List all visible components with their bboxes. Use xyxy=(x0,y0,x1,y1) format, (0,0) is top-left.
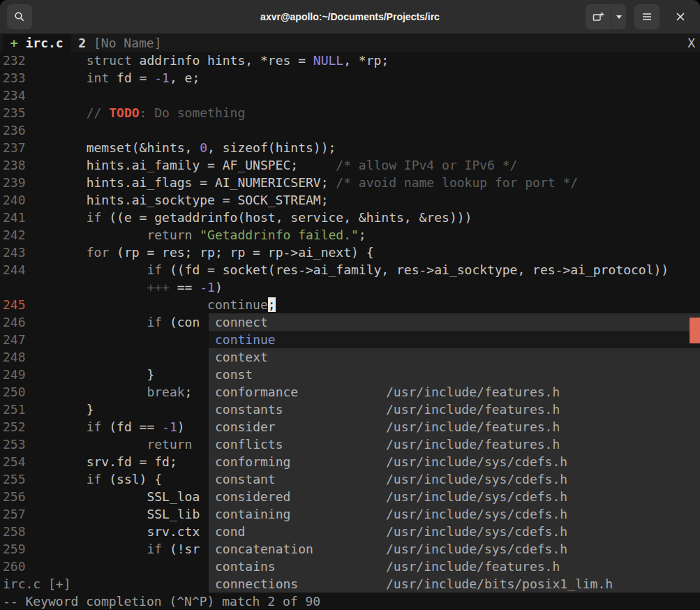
close-icon xyxy=(676,12,685,22)
new-terminal-dropdown-button[interactable] xyxy=(611,4,626,29)
code-line-240[interactable]: 240 hints.ai_socktype = SOCK_STREAM; xyxy=(3,191,700,209)
tab-close-button[interactable]: X xyxy=(687,34,700,52)
line-number: 235 xyxy=(3,104,26,121)
line-text: hints.ai_socktype = SOCK_STREAM; xyxy=(26,191,328,209)
tab-irc-c[interactable]: +irc.c xyxy=(3,34,71,52)
code-line-235[interactable]: 235 // TODO: Do something xyxy=(3,104,700,121)
line-number: 237 xyxy=(3,139,26,156)
completion-source-path: /usr/include/sys/cdefs.h xyxy=(386,524,567,539)
line-text: srv.ctx xyxy=(26,523,200,540)
completion-source-path: /usr/include/features.h xyxy=(386,437,560,452)
code-segment: (ssl) { xyxy=(101,472,162,486)
terminal-window: axvr@apollo:~/Documents/Projects/irc xyxy=(0,0,700,610)
completion-word: continue xyxy=(215,331,386,348)
line-number: 255 xyxy=(3,470,26,488)
completion-item[interactable]: conforming/usr/include/sys/cdefs.h xyxy=(209,453,700,470)
code-line-234[interactable]: 234 xyxy=(3,87,700,104)
search-button[interactable] xyxy=(7,4,32,29)
code-line-243[interactable]: 243 for (rp = res; rp; rp = rp->ai_next)… xyxy=(3,244,700,261)
code-segment xyxy=(26,437,147,452)
tab-label: [No Name] xyxy=(94,36,162,50)
completion-item[interactable]: consider/usr/include/features.h xyxy=(209,418,700,436)
line-number: 242 xyxy=(3,226,26,244)
line-number: 259 xyxy=(3,540,26,558)
new-terminal-button[interactable] xyxy=(586,4,611,29)
completion-mode-message: -- Keyword completion (^N^P) match 2 of … xyxy=(3,594,320,609)
completion-source-path: /usr/include/features.h xyxy=(386,385,560,399)
completion-word: consider xyxy=(215,418,386,436)
completion-source-path: /usr/include/features.h xyxy=(386,402,560,417)
line-number: 257 xyxy=(3,505,26,523)
code-segment: (con xyxy=(162,315,200,329)
code-segment: +++ xyxy=(147,280,177,295)
completion-item[interactable]: considered/usr/include/sys/cdefs.h xyxy=(209,488,700,505)
search-icon xyxy=(14,11,25,22)
line-text: break; xyxy=(26,383,192,401)
code-line-233[interactable]: 233 int fd = -1, e; xyxy=(3,69,700,87)
vim-tabline: +irc.c 2[No Name] X xyxy=(0,34,700,52)
code-segment: SSL_lib xyxy=(26,507,200,521)
code-segment: srv.fd = fd; xyxy=(26,454,177,469)
completion-item[interactable]: context xyxy=(209,348,700,366)
completion-item[interactable]: conformance/usr/include/features.h xyxy=(209,383,700,401)
completion-word: considered xyxy=(215,488,386,505)
code-segment: /* avoid name lookup for port */ xyxy=(336,175,578,190)
code-line-239[interactable]: 239 hints.ai_flags = AI_NUMERICSERV; /* … xyxy=(3,174,700,191)
code-segment: (rp = res; rp; rp = rp->ai_next) { xyxy=(109,245,373,260)
code-segment: , sizeof(hints)); xyxy=(207,140,336,155)
line-text: if (!sr xyxy=(26,540,200,558)
code-segment: -1 xyxy=(154,70,170,85)
completion-word: conformance xyxy=(215,383,386,401)
code-line-245[interactable]: 245 continue; xyxy=(3,296,700,313)
code-segment: if xyxy=(147,542,162,556)
code-segment: fd = xyxy=(109,70,154,85)
code-segment xyxy=(26,419,87,434)
completion-source-path: /usr/include/bits/posix1_lim.h xyxy=(386,576,613,591)
close-button[interactable] xyxy=(668,4,693,29)
header-actions xyxy=(586,4,693,29)
code-line-236[interactable]: 236 xyxy=(3,121,700,139)
code-line-232[interactable]: 232 struct addrinfo hints, *res = NULL, … xyxy=(3,52,700,69)
completion-item[interactable]: contains/usr/include/features.h xyxy=(209,558,700,575)
line-text: if ((fd = socket(res->ai_family, res->ai… xyxy=(26,261,669,278)
completion-item[interactable]: constant/usr/include/sys/cdefs.h xyxy=(209,470,700,488)
code-line-wrap[interactable]: +++ == -1) xyxy=(3,278,700,296)
completion-item[interactable]: conflicts/usr/include/features.h xyxy=(209,436,700,453)
completion-item[interactable]: continue xyxy=(209,331,700,348)
code-line-238[interactable]: 238 hints.ai_family = AF_UNSPEC; /* allo… xyxy=(3,156,700,174)
modified-flag: + xyxy=(10,36,18,50)
code-segment xyxy=(26,315,147,329)
line-text: if (con xyxy=(26,313,200,331)
completion-word: concatenation xyxy=(215,540,386,558)
popup-scrollbar-thumb[interactable] xyxy=(690,318,700,343)
line-text: hints.ai_family = AF_UNSPEC; /* allow IP… xyxy=(26,156,517,174)
line-number: 253 xyxy=(3,436,26,453)
completion-word: connect xyxy=(215,313,386,331)
code-segment: ; xyxy=(359,228,366,242)
menu-button[interactable] xyxy=(634,4,660,29)
completion-item[interactable]: connect xyxy=(209,313,700,331)
code-line-244[interactable]: 244 if ((fd = socket(res->ai_family, res… xyxy=(3,261,700,278)
tab-no-name[interactable]: 2[No Name] xyxy=(71,34,162,52)
code-segment: if xyxy=(147,262,162,277)
completion-word: connections xyxy=(215,575,386,593)
completion-item[interactable]: containing/usr/include/sys/cdefs.h xyxy=(209,505,700,523)
code-segment: SSL_loa xyxy=(26,489,200,504)
code-segment xyxy=(26,228,147,242)
completion-item[interactable]: constants/usr/include/features.h xyxy=(209,401,700,418)
code-segment: memset(&hints, xyxy=(26,140,200,155)
completion-item[interactable]: concatenation/usr/include/sys/cdefs.h xyxy=(209,540,700,558)
completion-item[interactable]: connections/usr/include/bits/posix1_lim.… xyxy=(209,575,700,593)
code-line-242[interactable]: 242 return "Getaddrinfo failed."; xyxy=(3,226,700,244)
code-line-237[interactable]: 237 memset(&hints, 0, sizeof(hints)); xyxy=(3,139,700,156)
line-number: 252 xyxy=(3,418,26,436)
completion-list: connectcontinuecontextconstconformance/u… xyxy=(209,313,700,593)
line-text: srv.fd = fd; xyxy=(26,453,177,470)
code-segment: 0 xyxy=(200,140,207,155)
completion-item[interactable]: const xyxy=(209,366,700,383)
code-line-241[interactable]: 241 if ((e = getaddrinfo(host, service, … xyxy=(3,209,700,226)
completion-item[interactable]: cond/usr/include/sys/cdefs.h xyxy=(209,523,700,540)
line-text: if (ssl) { xyxy=(26,470,162,488)
code-segment: } xyxy=(26,367,154,382)
line-number: 248 xyxy=(3,348,26,366)
